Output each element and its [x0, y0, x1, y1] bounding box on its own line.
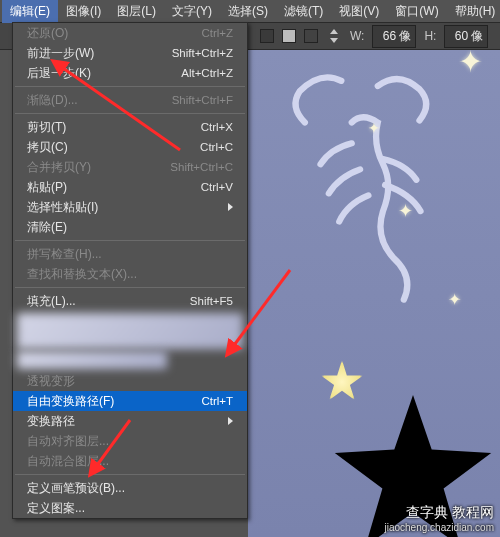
menuitem-label: 填充(L)...	[27, 293, 76, 310]
menuitem-label: 粘贴(P)	[27, 179, 67, 196]
menu-type[interactable]: 文字(Y)	[164, 0, 220, 23]
menuitem-spell-check[interactable]: 拼写检查(H)...	[13, 244, 247, 264]
menuitem-label: 自动混合图层...	[27, 453, 109, 470]
menuitem-free-transform-path[interactable]: 自由变换路径(F) Ctrl+T	[13, 391, 247, 411]
submenu-arrow-icon	[228, 417, 233, 425]
menu-filter[interactable]: 滤镜(T)	[276, 0, 331, 23]
menuitem-shortcut: Shift+Ctrl+Z	[172, 47, 233, 59]
menuitem-label: 定义画笔预设(B)...	[27, 480, 125, 497]
menuitem-shortcut: Ctrl+V	[201, 181, 233, 193]
star-decor-icon: ✦	[448, 290, 461, 309]
menuitem-transform-path[interactable]: 变换路径	[13, 411, 247, 431]
menuitem-label: 变换路径	[27, 413, 75, 430]
menuitem-shortcut: Ctrl+X	[201, 121, 233, 133]
blurred-region	[17, 313, 243, 349]
menuitem-fill[interactable]: 填充(L)... Shift+F5	[13, 291, 247, 311]
menu-window[interactable]: 窗口(W)	[387, 0, 446, 23]
menuitem-paste[interactable]: 粘贴(P) Ctrl+V	[13, 177, 247, 197]
menuitem-label: 前进一步(W)	[27, 45, 94, 62]
menuitem-label: 拷贝(C)	[27, 139, 68, 156]
menuitem-label: 选择性粘贴(I)	[27, 199, 98, 216]
menuitem-label: 合并拷贝(Y)	[27, 159, 91, 176]
height-label: H:	[424, 29, 436, 43]
menuitem-label: 渐隐(D)...	[27, 92, 78, 109]
swap-arrows-icon[interactable]	[326, 28, 342, 44]
menuitem-shortcut: Shift+Ctrl+C	[170, 161, 233, 173]
menuitem-label: 清除(E)	[27, 219, 67, 236]
star-decor-icon: ✦	[368, 120, 380, 136]
menu-separator	[15, 113, 245, 114]
menuitem-label: 定义图案...	[27, 500, 85, 517]
menu-image[interactable]: 图像(I)	[58, 0, 109, 23]
menu-help[interactable]: 帮助(H)	[447, 0, 500, 23]
width-field[interactable]: 66 像	[372, 25, 416, 48]
menuitem-shortcut: Ctrl+Z	[201, 27, 233, 39]
menuitem-paste-special[interactable]: 选择性粘贴(I)	[13, 197, 247, 217]
canvas[interactable]: ✦ ✦ ✦ ✦	[248, 50, 500, 537]
menu-layer[interactable]: 图层(L)	[109, 0, 164, 23]
artwork-background: ✦ ✦ ✦ ✦	[248, 50, 500, 537]
menuitem-cut[interactable]: 剪切(T) Ctrl+X	[13, 117, 247, 137]
menuitem-find-replace[interactable]: 查找和替换文本(X)...	[13, 264, 247, 284]
menubar: 编辑(E) 图像(I) 图层(L) 文字(Y) 选择(S) 滤镜(T) 视图(V…	[0, 0, 500, 22]
width-label: W:	[350, 29, 364, 43]
menuitem-clear[interactable]: 清除(E)	[13, 217, 247, 237]
menuitem-fade[interactable]: 渐隐(D)... Shift+Ctrl+F	[13, 90, 247, 110]
menuitem-copy[interactable]: 拷贝(C) Ctrl+C	[13, 137, 247, 157]
watermark: 查字典 教程网 jiaocheng.chazidian.com	[384, 504, 494, 533]
submenu-arrow-icon	[228, 203, 233, 211]
menuitem-perspective-warp[interactable]: 透视变形	[13, 371, 247, 391]
menu-separator	[15, 287, 245, 288]
menuitem-label: 拼写检查(H)...	[27, 246, 102, 263]
menuitem-shortcut: Shift+F5	[190, 295, 233, 307]
blurred-region	[17, 351, 167, 369]
swatch-icon[interactable]	[304, 29, 318, 43]
menu-edit[interactable]: 编辑(E)	[2, 0, 58, 23]
edit-menu-dropdown: 还原(O) Ctrl+Z 前进一步(W) Shift+Ctrl+Z 后退一步(K…	[12, 22, 248, 519]
menuitem-shortcut: Ctrl+C	[200, 141, 233, 153]
menu-view[interactable]: 视图(V)	[331, 0, 387, 23]
menuitem-label: 还原(O)	[27, 25, 68, 42]
menuitem-label: 后退一步(K)	[27, 65, 91, 82]
menu-select[interactable]: 选择(S)	[220, 0, 276, 23]
menu-separator	[15, 474, 245, 475]
star-decor-icon: ✦	[458, 50, 483, 79]
menuitem-label: 透视变形	[27, 373, 75, 390]
menuitem-shortcut: Alt+Ctrl+Z	[181, 67, 233, 79]
menuitem-step-forward[interactable]: 前进一步(W) Shift+Ctrl+Z	[13, 43, 247, 63]
menuitem-label: 剪切(T)	[27, 119, 66, 136]
watermark-line1: 查字典 教程网	[384, 504, 494, 522]
swatch-icon[interactable]	[282, 29, 296, 43]
menu-separator	[15, 86, 245, 87]
menuitem-auto-blend[interactable]: 自动混合图层...	[13, 451, 247, 471]
menuitem-shortcut: Ctrl+T	[201, 395, 233, 407]
menuitem-copy-merged[interactable]: 合并拷贝(Y) Shift+Ctrl+C	[13, 157, 247, 177]
menuitem-auto-align[interactable]: 自动对齐图层...	[13, 431, 247, 451]
height-field[interactable]: 60 像	[444, 25, 488, 48]
star-decor-icon: ✦	[398, 200, 413, 222]
menuitem-define-pattern[interactable]: 定义图案...	[13, 498, 247, 518]
menuitem-shortcut: Shift+Ctrl+F	[172, 94, 233, 106]
menu-separator	[15, 240, 245, 241]
menuitem-label: 查找和替换文本(X)...	[27, 266, 137, 283]
menuitem-label: 自由变换路径(F)	[27, 393, 114, 410]
menuitem-label: 自动对齐图层...	[27, 433, 109, 450]
scorpion-illustration-icon	[278, 60, 488, 310]
watermark-line2: jiaocheng.chazidian.com	[384, 522, 494, 533]
menuitem-step-backward[interactable]: 后退一步(K) Alt+Ctrl+Z	[13, 63, 247, 83]
menuitem-undo[interactable]: 还原(O) Ctrl+Z	[13, 23, 247, 43]
swatch-icon[interactable]	[260, 29, 274, 43]
menuitem-define-brush[interactable]: 定义画笔预设(B)...	[13, 478, 247, 498]
